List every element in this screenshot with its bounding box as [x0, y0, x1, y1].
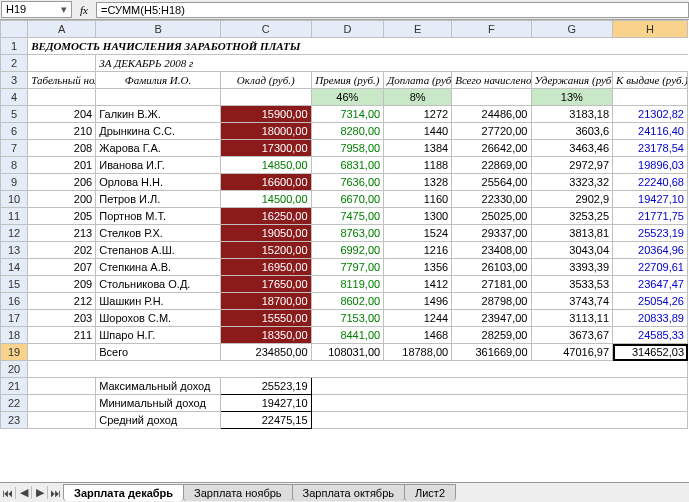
- cell-tabnum[interactable]: 201: [28, 157, 96, 174]
- cell-prem[interactable]: 6831,00: [311, 157, 384, 174]
- cell-oklad[interactable]: 18000,00: [220, 123, 311, 140]
- cell-uder[interactable]: 3673,67: [531, 327, 613, 344]
- sheet-tab[interactable]: Лист2: [404, 484, 456, 501]
- cell-vyd[interactable]: 19896,03: [613, 157, 688, 174]
- row-header[interactable]: 10: [1, 191, 28, 208]
- table-row[interactable]: 8201Иванова И.Г.14850,006831,00118822869…: [1, 157, 688, 174]
- cell-dop[interactable]: 1356: [384, 259, 452, 276]
- hdr-uder[interactable]: Удержания (руб.): [531, 72, 613, 89]
- row-header[interactable]: 18: [1, 327, 28, 344]
- cell-dop[interactable]: 1216: [384, 242, 452, 259]
- col-A[interactable]: A: [28, 21, 96, 38]
- table-row[interactable]: 13202Степанов А.Ш.15200,006992,001216234…: [1, 242, 688, 259]
- row-header[interactable]: 8: [1, 157, 28, 174]
- cell-uder[interactable]: 2902,9: [531, 191, 613, 208]
- cell-prem[interactable]: 7958,00: [311, 140, 384, 157]
- cell-fio[interactable]: Шорохов С.М.: [96, 310, 221, 327]
- cell-oklad[interactable]: 16250,00: [220, 208, 311, 225]
- cell-oklad[interactable]: 16600,00: [220, 174, 311, 191]
- cell-vsego[interactable]: 29337,00: [452, 225, 531, 242]
- formula-input[interactable]: =СУММ(H5:H18): [96, 2, 689, 18]
- cell-oklad[interactable]: 14500,00: [220, 191, 311, 208]
- row-header[interactable]: 2: [1, 55, 28, 72]
- cell-dop[interactable]: 1272: [384, 106, 452, 123]
- row-header[interactable]: 21: [1, 378, 28, 395]
- hdr-fio[interactable]: Фамилия И.О.: [96, 72, 221, 89]
- hdr-dop[interactable]: Доплата (руб.): [384, 72, 452, 89]
- pct-prem[interactable]: 46%: [311, 89, 384, 106]
- cell-prem[interactable]: 8763,00: [311, 225, 384, 242]
- cell-fio[interactable]: Иванова И.Г.: [96, 157, 221, 174]
- cell-prem[interactable]: 7475,00: [311, 208, 384, 225]
- cell-prem[interactable]: 6992,00: [311, 242, 384, 259]
- cell-vsego[interactable]: 25564,00: [452, 174, 531, 191]
- cell-fio[interactable]: Галкин В.Ж.: [96, 106, 221, 123]
- col-F[interactable]: F: [452, 21, 531, 38]
- cell-uder[interactable]: 3743,74: [531, 293, 613, 310]
- row-header[interactable]: 20: [1, 361, 28, 378]
- cell-dop[interactable]: 1384: [384, 140, 452, 157]
- cell-vsego[interactable]: 23947,00: [452, 310, 531, 327]
- sheet-tab[interactable]: Зарплата октябрь: [292, 484, 405, 501]
- row-header[interactable]: 11: [1, 208, 28, 225]
- row-header[interactable]: 23: [1, 412, 28, 429]
- cell-oklad[interactable]: 15200,00: [220, 242, 311, 259]
- totals-p[interactable]: 108031,00: [311, 344, 384, 361]
- table-row[interactable]: 10200Петров И.Л.14500,006670,00116022330…: [1, 191, 688, 208]
- totals-o[interactable]: 234850,00: [220, 344, 311, 361]
- cell-oklad[interactable]: 18350,00: [220, 327, 311, 344]
- cell-fio[interactable]: Дрынкина С.С.: [96, 123, 221, 140]
- table-row[interactable]: 14207Степкина А.В.16950,007797,001356261…: [1, 259, 688, 276]
- cell-prem[interactable]: 7314,00: [311, 106, 384, 123]
- cell-vyd[interactable]: 25054,26: [613, 293, 688, 310]
- cell-oklad[interactable]: 18700,00: [220, 293, 311, 310]
- cell-fio[interactable]: Стелков Р.Х.: [96, 225, 221, 242]
- col-H[interactable]: H: [613, 21, 688, 38]
- cell-fio[interactable]: Шашкин Р.Н.: [96, 293, 221, 310]
- cell-vsego[interactable]: 28259,00: [452, 327, 531, 344]
- cell-fio[interactable]: Орлова Н.Н.: [96, 174, 221, 191]
- cell-dop[interactable]: 1496: [384, 293, 452, 310]
- cell-vsego[interactable]: 25025,00: [452, 208, 531, 225]
- stat-max-val[interactable]: 25523,19: [220, 378, 311, 395]
- column-headers[interactable]: A B C D E F G H: [1, 21, 688, 38]
- row-header[interactable]: 1: [1, 38, 28, 55]
- row-header[interactable]: 15: [1, 276, 28, 293]
- row-header[interactable]: 22: [1, 395, 28, 412]
- cell-tabnum[interactable]: 203: [28, 310, 96, 327]
- cell-fio[interactable]: Портнов М.Т.: [96, 208, 221, 225]
- hdr-vsego[interactable]: Всего начислено (руб.): [452, 72, 531, 89]
- cell-prem[interactable]: 8119,00: [311, 276, 384, 293]
- cell-oklad[interactable]: 15900,00: [220, 106, 311, 123]
- stat-max-label[interactable]: Максимальный доход: [96, 378, 221, 395]
- cell-fio[interactable]: Петров И.Л.: [96, 191, 221, 208]
- cell-tabnum[interactable]: 207: [28, 259, 96, 276]
- totals-v[interactable]: 361669,00: [452, 344, 531, 361]
- cell-tabnum[interactable]: 206: [28, 174, 96, 191]
- cell-dop[interactable]: 1300: [384, 208, 452, 225]
- cell-fio[interactable]: Степкина А.В.: [96, 259, 221, 276]
- pct-dop[interactable]: 8%: [384, 89, 452, 106]
- tab-nav-next-icon[interactable]: ▶: [32, 486, 48, 499]
- stat-min-label[interactable]: Минимальный доход: [96, 395, 221, 412]
- table-row[interactable]: 17203Шорохов С.М.15550,007153,0012442394…: [1, 310, 688, 327]
- cell-uder[interactable]: 3043,04: [531, 242, 613, 259]
- cell-vyd[interactable]: 21771,75: [613, 208, 688, 225]
- row-header[interactable]: 19: [1, 344, 28, 361]
- cell-uder[interactable]: 2972,97: [531, 157, 613, 174]
- pct-uder[interactable]: 13%: [531, 89, 613, 106]
- cell-vsego[interactable]: 27181,00: [452, 276, 531, 293]
- stat-avg-label[interactable]: Средний доход: [96, 412, 221, 429]
- stat-avg-val[interactable]: 22475,15: [220, 412, 311, 429]
- cell-vyd[interactable]: 19427,10: [613, 191, 688, 208]
- col-E[interactable]: E: [384, 21, 452, 38]
- tab-nav-first-icon[interactable]: ⏮: [0, 487, 16, 499]
- sheet-tab[interactable]: Зарплата ноябрь: [183, 484, 293, 501]
- cell-uder[interactable]: 3253,25: [531, 208, 613, 225]
- cell-oklad[interactable]: 14850,00: [220, 157, 311, 174]
- totals-d[interactable]: 18788,00: [384, 344, 452, 361]
- cell-prem[interactable]: 7636,00: [311, 174, 384, 191]
- cell-tabnum[interactable]: 210: [28, 123, 96, 140]
- tab-nav-prev-icon[interactable]: ◀: [16, 486, 32, 499]
- row-header[interactable]: 4: [1, 89, 28, 106]
